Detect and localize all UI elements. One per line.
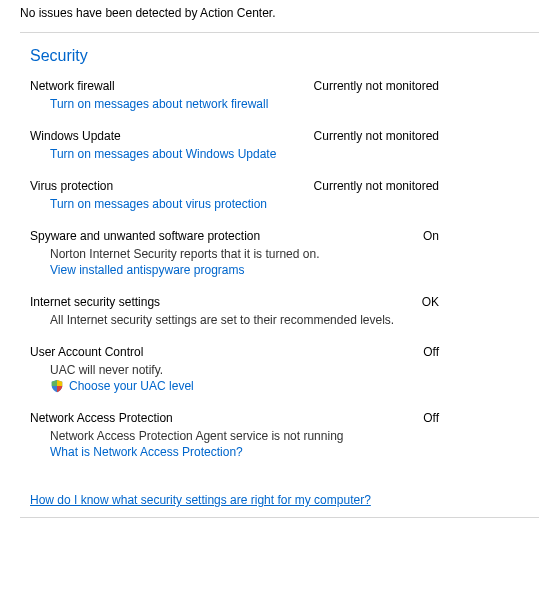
divider-bottom (20, 517, 539, 518)
item-title: Network Access Protection (30, 411, 173, 425)
item-internet-security: Internet security settings OK (0, 289, 559, 313)
item-status: Currently not monitored (314, 129, 539, 143)
item-status: Currently not monitored (314, 179, 539, 193)
item-network-firewall: Network firewall Currently not monitored (0, 73, 559, 97)
item-detail: Network Access Protection Agent service … (0, 429, 559, 445)
item-nap: Network Access Protection Off (0, 405, 559, 429)
item-title: Internet security settings (30, 295, 160, 309)
item-detail: All Internet security settings are set t… (0, 313, 559, 339)
link-virus-messages[interactable]: Turn on messages about virus protection (50, 197, 267, 211)
item-virus-protection: Virus protection Currently not monitored (0, 173, 559, 197)
item-title: Network firewall (30, 79, 115, 93)
item-title: Windows Update (30, 129, 121, 143)
item-status: Currently not monitored (314, 79, 539, 93)
item-status: Off (423, 345, 539, 359)
item-uac: User Account Control Off (0, 339, 559, 363)
link-firewall-messages[interactable]: Turn on messages about network firewall (50, 97, 268, 111)
item-detail: Norton Internet Security reports that it… (0, 247, 559, 263)
link-what-is-nap[interactable]: What is Network Access Protection? (50, 445, 243, 459)
link-choose-uac-level[interactable]: Choose your UAC level (69, 379, 194, 393)
item-status: OK (422, 295, 539, 309)
top-status-text: No issues have been detected by Action C… (0, 6, 559, 32)
item-windows-update: Windows Update Currently not monitored (0, 123, 559, 147)
item-title: Spyware and unwanted software protection (30, 229, 260, 243)
section-header-security[interactable]: Security (0, 33, 559, 73)
link-security-settings-help[interactable]: How do I know what security settings are… (30, 493, 371, 507)
item-status: On (423, 229, 539, 243)
link-view-antispyware[interactable]: View installed antispyware programs (50, 263, 245, 277)
item-detail: UAC will never notify. (0, 363, 559, 379)
link-windows-update-messages[interactable]: Turn on messages about Windows Update (50, 147, 276, 161)
item-status: Off (423, 411, 539, 425)
shield-icon (50, 379, 64, 393)
item-title: User Account Control (30, 345, 143, 359)
item-title: Virus protection (30, 179, 113, 193)
item-spyware-protection: Spyware and unwanted software protection… (0, 223, 559, 247)
